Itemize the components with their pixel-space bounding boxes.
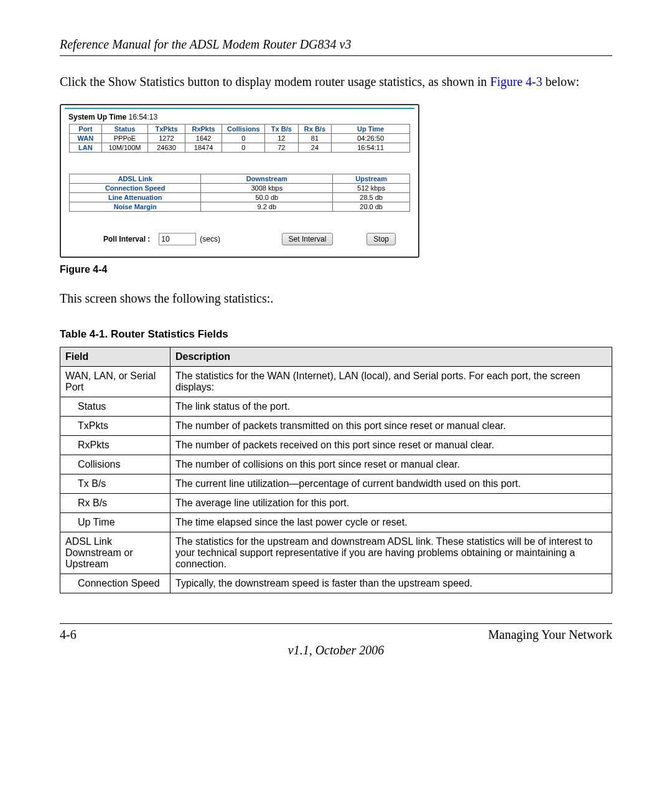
port-stats-table: Port Status TxPkts RxPkts Collisions Tx … [69, 124, 410, 153]
cell-up: 04:26:50 [332, 134, 410, 143]
field-cell: WAN, LAN, or Serial Port [60, 367, 170, 397]
field-cell: Up Time [60, 513, 170, 532]
th-collisions: Collisions [222, 125, 265, 134]
intro-paragraph: Click the Show Statistics button to disp… [60, 73, 612, 90]
th-port: Port [70, 125, 102, 134]
field-cell: Connection Speed [60, 574, 170, 593]
cell-up: 512 kbps [333, 184, 410, 193]
table-row: WAN, LAN, or Serial PortThe statistics f… [60, 367, 612, 397]
row-label: Noise Margin [70, 202, 201, 212]
description-cell: The time elapsed since the last power cy… [170, 513, 612, 532]
th-field: Field [60, 347, 170, 367]
th-txbs: Tx B/s [265, 125, 298, 134]
table-row: TxPktsThe number of packets transmitted … [60, 417, 612, 436]
figure-caption: Figure 4-4 [60, 264, 612, 275]
field-cell: ADSL Link Downstream or Upstream [60, 532, 170, 574]
table-row: Rx B/sThe average line utilization for t… [60, 494, 612, 513]
page-number: 4-6 [60, 628, 77, 642]
footer-row: 4-6 Managing Your Network [60, 628, 612, 642]
footer-version: v1.1, October 2006 [60, 643, 612, 658]
th-downstream: Downstream [201, 174, 333, 184]
poll-interval-input[interactable] [159, 233, 196, 245]
table-row: Tx B/sThe current line utilization—perce… [60, 474, 612, 494]
th-txpkts: TxPkts [148, 125, 185, 134]
description-cell: The link status of the port. [170, 397, 612, 417]
system-uptime: System Up Time 16:54:13 [68, 113, 414, 121]
description-cell: The number of collisions on this port si… [170, 455, 612, 474]
table-header-row: ADSL Link Downstream Upstream [70, 174, 410, 184]
description-cell: The current line utilization—percentage … [170, 474, 612, 494]
poll-interval-row: Poll Interval : (secs) Set Interval Stop [65, 233, 414, 245]
cell-rx: 1642 [185, 134, 222, 143]
table-row: LAN 10M/100M 24630 18474 0 72 24 16:54:1… [70, 143, 410, 153]
row-label: Line Attenuation [70, 193, 201, 202]
th-uptime: Up Time [332, 125, 410, 134]
figure-ref-link[interactable]: Figure 4-3 [490, 75, 543, 88]
cell-down: 9.2 db [201, 202, 333, 212]
cell-rx: 18474 [185, 143, 222, 153]
set-interval-button[interactable]: Set Interval [282, 233, 334, 245]
field-cell: Rx B/s [60, 494, 170, 513]
table-header-row: Field Description [60, 347, 612, 367]
cell-rxbs: 24 [298, 143, 332, 153]
description-cell: The statistics for the WAN (Internet), L… [170, 367, 612, 397]
poll-interval-label: Poll Interval : [103, 235, 150, 243]
intro-post: below: [543, 75, 579, 88]
cell-tx: 24630 [148, 143, 185, 153]
description-cell: The statistics for the upstream and down… [170, 532, 612, 574]
shot-top-rule [65, 108, 414, 109]
cell-port: LAN [70, 143, 102, 153]
cell-down: 50.0 db [201, 193, 333, 202]
cell-rxbs: 81 [298, 134, 332, 143]
field-cell: Tx B/s [60, 474, 170, 494]
th-description: Description [170, 347, 612, 367]
intro-pre: Click the Show Statistics button to disp… [60, 75, 490, 88]
row-label: Connection Speed [70, 184, 201, 193]
system-uptime-value: 16:54:13 [129, 113, 158, 121]
description-cell: The average line utilization for this po… [170, 494, 612, 513]
system-uptime-label: System Up Time [68, 113, 126, 121]
cell-status: PPPoE [101, 134, 148, 143]
cell-txbs: 72 [265, 143, 298, 153]
statistics-screenshot: System Up Time 16:54:13 Port Status TxPk… [60, 104, 419, 258]
table-row: Up TimeThe time elapsed since the last p… [60, 513, 612, 532]
adsl-link-table: ADSL Link Downstream Upstream Connection… [69, 174, 410, 212]
after-figure-text: This screen shows the following statisti… [60, 290, 612, 307]
table-title: Table 4-1. Router Statistics Fields [60, 328, 612, 341]
cell-up: 28.5 db [333, 193, 410, 202]
field-cell: TxPkts [60, 417, 170, 436]
table-row: Connection SpeedTypically, the downstrea… [60, 574, 612, 593]
cell-tx: 1272 [148, 134, 185, 143]
header-rule [60, 55, 612, 56]
table-row: RxPktsThe number of packets received on … [60, 436, 612, 455]
field-cell: RxPkts [60, 436, 170, 455]
table-row: Noise Margin 9.2 db 20.0 db [70, 202, 410, 212]
table-row: ADSL Link Downstream or UpstreamThe stat… [60, 532, 612, 574]
description-cell: The number of packets transmitted on thi… [170, 417, 612, 436]
cell-up: 20.0 db [333, 202, 410, 212]
table-row: WAN PPPoE 1272 1642 0 12 81 04:26:50 [70, 134, 410, 143]
poll-interval-unit: (secs) [200, 235, 220, 243]
field-cell: Status [60, 397, 170, 417]
table-row: Connection Speed 3008 kbps 512 kbps [70, 184, 410, 193]
cell-up: 16:54:11 [332, 143, 410, 153]
th-upstream: Upstream [333, 174, 410, 184]
field-cell: Collisions [60, 455, 170, 474]
router-statistics-fields-table: Field Description WAN, LAN, or Serial Po… [60, 347, 612, 593]
table-row: StatusThe link status of the port. [60, 397, 612, 417]
table-row: CollisionsThe number of collisions on th… [60, 455, 612, 474]
cell-col: 0 [222, 134, 265, 143]
description-cell: The number of packets received on this p… [170, 436, 612, 455]
stop-button[interactable]: Stop [366, 233, 396, 245]
th-status: Status [101, 125, 148, 134]
section-name: Managing Your Network [488, 628, 612, 642]
table-header-row: Port Status TxPkts RxPkts Collisions Tx … [70, 125, 410, 134]
doc-header-title: Reference Manual for the ADSL Modem Rout… [60, 37, 612, 52]
cell-port: WAN [70, 134, 102, 143]
th-rxbs: Rx B/s [298, 125, 332, 134]
th-rxpkts: RxPkts [185, 125, 222, 134]
th-adsl-link: ADSL Link [70, 174, 201, 184]
table-row: Line Attenuation 50.0 db 28.5 db [70, 193, 410, 202]
cell-col: 0 [222, 143, 265, 153]
cell-txbs: 12 [265, 134, 298, 143]
